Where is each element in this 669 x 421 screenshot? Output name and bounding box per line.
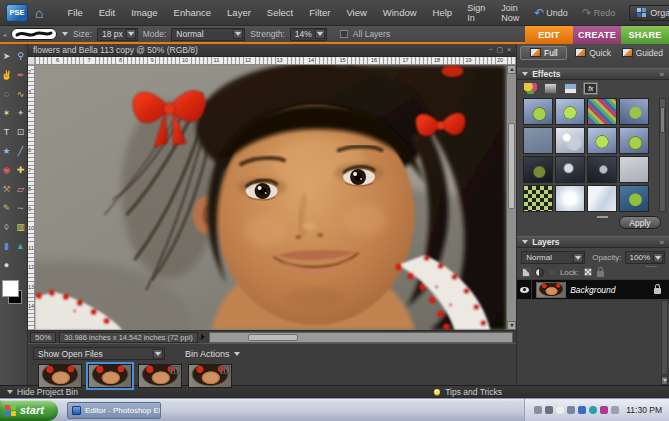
photo-bin-thumbnail-2[interactable] — [88, 364, 132, 388]
sign-in-link[interactable]: Sign In — [460, 3, 492, 23]
menu-item-help[interactable]: Help — [425, 7, 461, 18]
size-dropdown[interactable]: 18 px — [97, 28, 138, 41]
menu-item-window[interactable]: Window — [375, 7, 425, 18]
eyedropper-tool[interactable]: ✒ — [14, 66, 27, 85]
effect-thumbnail-apple-b[interactable] — [587, 127, 617, 154]
all-effects-fx-icon[interactable]: fx — [584, 83, 597, 94]
menu-item-layer[interactable]: Layer — [219, 7, 259, 18]
join-now-link[interactable]: Join Now — [494, 3, 526, 23]
photo-bin-thumbnail-1[interactable] — [38, 364, 82, 388]
delete-effect-icon[interactable] — [598, 218, 607, 227]
panel-menu-icon[interactable]: » — [660, 70, 664, 79]
display-icon[interactable] — [611, 406, 619, 414]
horizontal-scroll-thumb[interactable] — [248, 334, 298, 341]
hand-tool[interactable]: ✌ — [0, 66, 13, 85]
effect-thumbnail-dark-a[interactable] — [523, 156, 553, 183]
effect-thumbnail-dark-c[interactable] — [587, 156, 617, 183]
apply-button[interactable]: Apply — [619, 216, 661, 229]
full-edit-button[interactable]: Full — [520, 46, 567, 60]
effect-thumbnail-mosaic[interactable] — [587, 98, 617, 125]
smudge-tool[interactable]: ∼ — [14, 199, 27, 218]
strength-dropdown[interactable]: 14% — [290, 28, 327, 41]
eraser-tool[interactable]: ▱ — [14, 180, 27, 199]
panel-menu-icon[interactable]: » — [660, 238, 664, 247]
mode-dropdown[interactable]: Normal — [171, 28, 245, 41]
effect-thumbnail-dark-b[interactable] — [555, 156, 585, 183]
lock-all-icon[interactable] — [597, 271, 604, 277]
guided-edit-button[interactable]: Guided — [619, 46, 666, 60]
organizer-button[interactable]: Organizer — [629, 5, 669, 21]
effect-thumbnail-frost-a[interactable] — [555, 185, 585, 212]
effect-thumbnail-frost-b[interactable] — [587, 185, 617, 212]
safely-remove-icon[interactable] — [534, 406, 542, 414]
options-collapse-nub[interactable]: ◂ — [3, 31, 6, 38]
status-options-arrow[interactable] — [201, 334, 205, 340]
move-tool[interactable]: ➤ — [0, 47, 13, 66]
straighten-tool[interactable]: ╱ — [14, 142, 27, 161]
link-layers-icon[interactable]: ∞ — [549, 268, 555, 277]
horizontal-scrollbar[interactable] — [209, 332, 513, 343]
sponge-tool[interactable]: ● — [0, 256, 13, 275]
tab-edit[interactable]: EDIT — [525, 26, 573, 44]
blur-tool[interactable]: ▲ — [14, 237, 27, 256]
paint-bucket-tool[interactable]: ◊ — [0, 218, 13, 237]
adjustment-layer-icon[interactable] — [535, 268, 544, 277]
photo-bin-thumbnail-3[interactable] — [138, 364, 182, 388]
network-icon[interactable] — [578, 406, 586, 414]
brush-tool[interactable]: ✎ — [0, 199, 13, 218]
taskbar-button-editor[interactable]: Editor - Photoshop El... — [67, 402, 161, 419]
doc-restore-button[interactable]: ▢ — [496, 46, 503, 54]
shape-tool[interactable]: ▮ — [0, 237, 13, 256]
effect-thumbnail-apple-d[interactable] — [619, 185, 649, 212]
marquee-tool[interactable]: ◌ — [0, 85, 13, 104]
home-icon[interactable]: ⌂ — [35, 6, 43, 20]
layer-visibility-toggle[interactable] — [517, 280, 532, 299]
layers-panel-header[interactable]: Layers » — [517, 236, 669, 248]
clock-icon[interactable] — [556, 406, 564, 414]
effect-thumbnail-swirl[interactable] — [555, 127, 585, 154]
layer-name[interactable]: Background — [570, 285, 615, 295]
zoom-tool[interactable]: ⚲ — [14, 47, 27, 66]
delete-layer-icon[interactable] — [647, 268, 656, 277]
scroll-down-icon[interactable] — [507, 321, 516, 330]
doc-minimize-button[interactable]: − — [488, 46, 492, 54]
effect-thumbnail-apple-c[interactable] — [619, 98, 649, 125]
effect-thumbnail-plain[interactable] — [523, 127, 553, 154]
all-layers-checkbox[interactable] — [340, 30, 348, 38]
volume-icon[interactable] — [545, 406, 553, 414]
healing-brush-tool[interactable]: ✚ — [14, 161, 27, 180]
effect-thumbnail-apple-b[interactable] — [555, 98, 585, 125]
clone-stamp-tool[interactable]: ⚒ — [0, 180, 13, 199]
tab-create[interactable]: CREATE — [573, 26, 621, 44]
layer-styles-icon[interactable] — [544, 83, 557, 94]
bin-actions-menu[interactable]: Bin Actions — [185, 349, 240, 359]
menu-item-filter[interactable]: Filter — [301, 7, 338, 18]
menu-item-select[interactable]: Select — [259, 7, 301, 18]
red-eye-tool[interactable]: ◉ — [0, 161, 13, 180]
effect-thumbnail-apple-a[interactable] — [523, 98, 553, 125]
selection-brush-tool[interactable]: ✦ — [14, 104, 27, 123]
zoom-level-field[interactable]: 50% — [30, 332, 56, 343]
layer-thumbnail[interactable] — [536, 282, 566, 298]
tips-and-tricks-button[interactable]: Tips and Tricks — [434, 387, 502, 397]
menu-item-file[interactable]: File — [59, 7, 90, 18]
type-tool[interactable]: T — [0, 123, 13, 142]
magic-wand-tool[interactable]: ✶ — [0, 104, 13, 123]
photo-bin-thumbnail-4[interactable] — [188, 364, 232, 388]
image-canvas[interactable] — [35, 65, 506, 330]
vertical-scrollbar[interactable] — [506, 65, 516, 330]
document-title-bar[interactable]: flowers and Bella 113 copy @ 50% (RGB/8)… — [28, 44, 516, 57]
panel-scrollbar[interactable] — [661, 300, 668, 375]
opacity-dropdown[interactable]: 100% — [625, 251, 665, 264]
updates-icon[interactable] — [567, 406, 575, 414]
app-icon[interactable] — [600, 406, 608, 414]
menu-item-image[interactable]: Image — [123, 7, 165, 18]
undo-button[interactable]: ↶ Undo — [528, 7, 574, 19]
messenger-icon[interactable] — [589, 406, 597, 414]
blend-mode-dropdown[interactable]: Normal — [521, 251, 585, 264]
crop-tool[interactable]: ⊡ — [14, 123, 27, 142]
menu-item-view[interactable]: View — [338, 7, 374, 18]
cookie-cutter-tool[interactable]: ★ — [0, 142, 13, 161]
effects-scrollbar[interactable] — [659, 98, 666, 212]
quick-edit-button[interactable]: Quick — [569, 46, 616, 60]
